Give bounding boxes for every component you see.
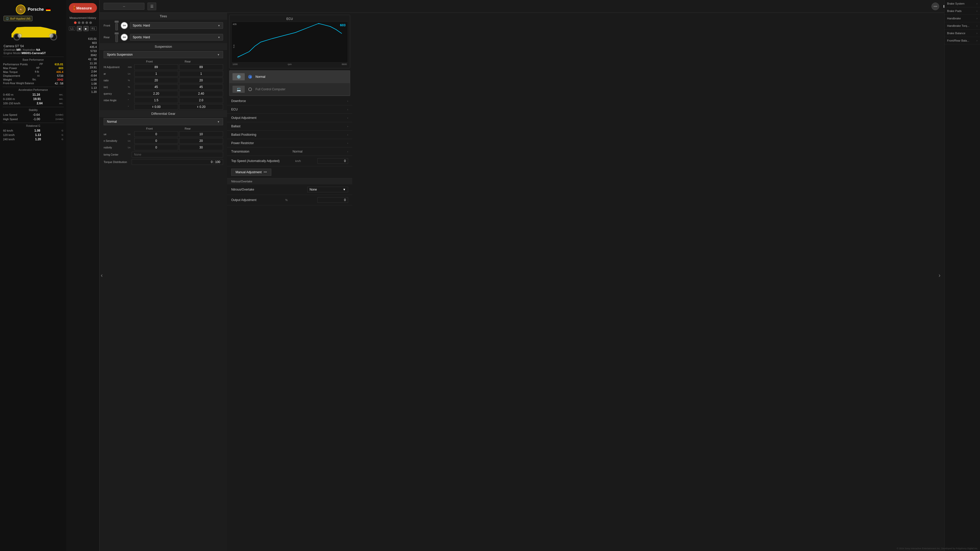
output-adj-row[interactable]: Output Adjustment › [227,114,352,122]
susp-ht-unit: mm [128,66,134,68]
weight-label: Weight [3,78,12,81]
dot-4 [86,21,88,24]
front-tire-dropdown[interactable]: Sports: Hard ▼ [130,22,223,29]
mv-balance: 42 : 58 [69,58,97,61]
susp-toe-unit: ° [128,106,134,108]
dot-2 [78,21,80,24]
240kmh-unit: G [62,138,63,141]
diff-ue-front[interactable]: 0 [134,131,178,137]
measure-button[interactable]: ! Measure [69,3,97,13]
diff-nsens-rear[interactable]: 20 [179,138,223,144]
lowspeed-label: Low Speed [3,113,17,116]
susp-ht-rear[interactable]: 89 [179,64,223,70]
diff-type-dropdown[interactable]: Normal ▼ [103,118,223,125]
transmission-row[interactable]: Transmission Normal › [227,148,352,156]
restoring-center-row: toring Center None [100,151,227,159]
nitrous-label: Nitrous/Overtake [231,188,254,191]
nav-prev-button[interactable]: ◀ [77,26,82,31]
measure-nav: L1 ◀ ▶ R1 [69,26,97,31]
mv-highspeed: -1.00 [69,78,97,81]
susp-camber-rear[interactable]: 2.0 [179,97,223,103]
susp-ht-front[interactable]: 89 [134,64,178,70]
ballast-pos-arrow: › [347,133,348,136]
susp-row-freq: quency Hz 2.20 2.40 [100,90,227,97]
susp-freq-rear[interactable]: 2.40 [179,91,223,97]
bop-icon: ⚖️ [6,17,9,20]
dot-1 [74,21,76,24]
susp-toe-rear[interactable]: ⇕ 0.20 [179,104,223,110]
rear-tire-dropdown[interactable]: Sports: Hard ▼ [130,34,223,41]
ecu-full-control-option[interactable]: 💻 Full Control Computer [229,83,350,96]
susp-freq-front[interactable]: 2.20 [134,91,178,97]
measurement-dots [74,21,92,24]
displacement-unit: cc [37,74,40,77]
measure-warning-icon: ! [74,6,75,10]
restoring-center-value[interactable]: None [132,152,223,157]
diff-ue-rear[interactable]: 10 [179,131,223,137]
diff-nsens-front[interactable]: 0 [134,138,178,144]
100150-label: 100-150 km/h [3,102,20,105]
susp-camber-front[interactable]: 1.5 [134,97,178,103]
country-flag [46,8,51,11]
brand-name: Porsche [27,7,44,12]
ecu-full-control-label: Full Control Computer [256,87,285,91]
manual-adj-row: Manual Adjustment ••• [227,166,352,178]
ballast-row[interactable]: Ballast › [227,122,352,130]
torque-dist-value[interactable]: 0 : 100 [132,159,223,165]
susp-exp-front[interactable]: 45 [134,84,178,90]
ecu-row[interactable]: ECU › [227,105,352,114]
acceleration-title: Acceleration Performance [3,89,64,91]
susp-ratio-front[interactable]: 20 [134,78,178,83]
mv-power: 603 [69,41,97,44]
nav-next-button[interactable]: ▶ [83,26,89,31]
ecu-label: ECU [231,108,238,111]
nitrous-dropdown[interactable]: None ▼ [307,187,348,192]
front-tire-icon-group [115,21,119,30]
settings-name-input[interactable] [103,3,145,10]
displacement-value: 5733 [57,74,63,77]
manual-adj-button[interactable]: Manual Adjustment ••• [231,168,271,176]
output-adj-label: Output Adjustment [231,116,256,120]
scroll-left-arrow[interactable]: ‹ [101,272,103,275]
susp-ratio-rear[interactable]: 20 [179,78,223,83]
ecu-graph-area: 603 435 ft-lb [231,22,348,62]
ballast-pos-row[interactable]: Ballast Positioning › [227,130,352,139]
ecu-normal-icon: ⚙️ [232,73,245,80]
mv-displacement: 5733 [69,49,97,52]
ecu-y-top: 435 [233,23,237,25]
susp-exp-rear[interactable]: 45 [179,84,223,90]
susp-ar-rear[interactable]: 1 [179,71,223,76]
torque-dist-display: 0 : 100 [211,160,220,164]
suspension-type-dropdown[interactable]: Sports Suspension ▼ [103,51,223,58]
downforce-row[interactable]: Downforce › [227,97,352,105]
diff-nsitivity-front[interactable]: 0 [134,144,178,150]
torque-dist-label: Torque Distribution [103,160,132,164]
120kmh-value: 1.13 [35,133,41,137]
ecu-mode-selector: ⚙️ Normal 💻 Full Control Computer [229,70,350,96]
nitrous-output-input[interactable] [318,197,348,203]
rotational-title: Rotational G [3,124,64,127]
rear-tire-sh-badge: SH [121,34,128,41]
ecu-rpm-label: rpm [288,63,292,65]
nav-r1-label: R1 [90,27,97,30]
measurement-values-list: 615.01 603 435.4 5733 3042 42 : 58 11.16… [66,36,99,94]
stat-row-balance: Front-Rear Weight Balance 42 : 58 [3,81,64,85]
susp-ar-front[interactable]: 1 [134,71,178,76]
torque-value: 435.4 [56,70,63,73]
diff-nsitivity-unit: Lv. [128,146,134,149]
diff-nsitivity-rear[interactable]: 30 [179,144,223,150]
power-value: 603 [59,67,63,70]
top-speed-input[interactable] [318,158,348,164]
400m-unit: sec. [59,94,63,96]
porsche-logo: 🐴 [16,5,25,14]
suspension-section-header: Suspension [100,43,227,50]
balance-value: 42 : 58 [55,82,63,85]
menu-button[interactable]: ☰ [148,3,156,10]
stat-row-240kmh: 240 km/h 1.20 G [3,137,64,141]
menu-icon: ☰ [150,4,154,8]
ecu-normal-option[interactable]: ⚙️ Normal [229,71,350,83]
power-restrictor-row[interactable]: Power Restrictor › [227,139,352,148]
highspeed-sub: (Under) [56,118,63,121]
rear-tire-label: Rear [103,36,113,39]
susp-toe-front[interactable]: ⇕ 0.00 [134,104,178,110]
